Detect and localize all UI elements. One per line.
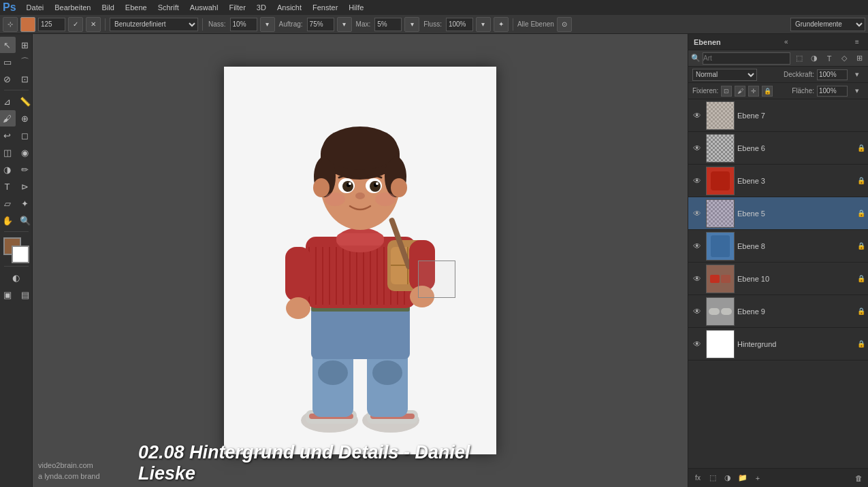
brush-cancel-btn[interactable]: ✕ [86,17,101,32]
new-layer-btn[interactable]: + [751,471,765,485]
menu-fenster[interactable]: Fenster [308,2,342,13]
fix-paint-btn[interactable]: 🖌 [735,86,745,97]
max-arrow[interactable]: ▾ [404,17,419,32]
canvas-document[interactable] [224,67,496,454]
canvas-area[interactable]: video2brain.com a lynda.com brand 02.08 … [33,34,688,487]
screen-mode[interactable]: ▣ [0,286,16,303]
layer-filter-input[interactable] [703,52,790,65]
marquee-tool[interactable]: ▭ [0,54,16,70]
opacity-input[interactable] [817,69,848,80]
max-input[interactable] [374,18,402,31]
layer-ebene6[interactable]: 👁 Ebene 6 🔒 [688,132,868,165]
fix-all-btn[interactable]: 🔒 [762,86,773,97]
layer-ebene3[interactable]: 👁 Ebene 3 🔒 [688,165,868,197]
menu-ansicht[interactable]: Ansicht [272,2,306,13]
layer-visibility-ebene5[interactable]: 👁 [691,207,703,220]
filter-smart-btn[interactable]: ⊞ [852,52,866,65]
menu-schrift[interactable]: Schrift [153,2,184,13]
pen-tool[interactable]: ✏ [17,161,33,178]
fix-transparent-btn[interactable]: ⊡ [721,86,732,97]
filter-pixel-btn[interactable]: ⬚ [792,52,806,65]
type-tool[interactable]: T [0,178,16,195]
layer-ebene8[interactable]: 👁 Ebene 8 🔒 [688,230,868,263]
color-picker[interactable] [3,237,29,263]
background-color[interactable] [12,246,29,263]
flaeche-input[interactable] [817,86,848,97]
adjustment-btn[interactable]: ◑ [721,471,735,485]
nass-arrow[interactable]: ▾ [260,17,275,32]
layer-lock-ebene5: 🔒 [857,209,865,218]
menu-bearbeiten[interactable]: Bearbeiten [50,2,95,13]
hand-tool[interactable]: ✋ [0,212,16,229]
blend-mode-select[interactable]: Normal [692,69,757,81]
eraser-tool[interactable]: ◻ [17,127,33,144]
move-tool[interactable]: ↖ [0,37,16,53]
zoom-tool[interactable]: 🔍 [17,212,33,229]
ruler-tool[interactable]: 📏 [17,93,33,110]
custom-shape-tool[interactable]: ✦ [17,195,33,212]
layer-hintergrund[interactable]: 👁 Hintergrund 🔒 [688,328,868,360]
menu-3d[interactable]: 3D [252,2,271,13]
opacity-arrow[interactable]: ▾ [850,68,864,82]
eyedropper-tool[interactable]: ⊿ [0,93,16,110]
auftrag-input[interactable] [307,18,334,31]
filter-adj-btn[interactable]: ◑ [807,52,821,65]
layer-ebene10[interactable]: 👁 Ebene 10 🔒 [688,263,868,295]
fluss-input[interactable] [446,18,473,31]
quick-mask-mode[interactable]: ◐ [8,269,25,286]
screen-mode2[interactable]: ▤ [17,286,33,303]
dodge-tool[interactable]: ◑ [0,161,16,178]
shape-tool[interactable]: ▱ [0,195,16,212]
layer-ebene9[interactable]: 👁 Ebene 9 🔒 [688,295,868,328]
panel-menu-btn[interactable]: ≡ [852,37,863,48]
layer-visibility-ebene3[interactable]: 👁 [691,175,703,187]
layer-ebene5[interactable]: 👁 Ebene 5 🔒 [688,197,868,230]
sample-btn[interactable]: ⊙ [557,17,572,32]
tool-sep-3 [4,266,29,267]
menu-ebene[interactable]: Ebene [120,2,152,13]
layer-visibility-ebene10[interactable]: 👁 [691,273,703,285]
flaeche-arrow[interactable]: ▾ [850,84,864,98]
filter-type-btn[interactable]: T [822,52,836,65]
fx-btn[interactable]: fx [691,471,705,485]
brush-size-input[interactable] [38,18,65,31]
layer-visibility-ebene8[interactable]: 👁 [691,240,703,252]
layer-visibility-ebene7[interactable]: 👁 [691,110,703,122]
path-selection-tool[interactable]: ⊳ [17,178,33,195]
auftrag-arrow[interactable]: ▾ [337,17,352,32]
workspace-select[interactable]: Grundelemente [790,18,865,31]
fluss-arrow[interactable]: ▾ [476,17,491,32]
layer-ebene7[interactable]: 👁 Ebene 7 [688,99,868,132]
lasso-tool[interactable]: ⌒ [17,54,33,70]
menu-bild[interactable]: Bild [97,2,118,13]
layer-visibility-hintergrund[interactable]: 👁 [691,338,703,350]
tool-select-btn[interactable]: ⊹ [3,17,18,32]
fix-move-btn[interactable]: ✛ [748,86,759,97]
menu-filter[interactable]: Filter [224,2,250,13]
panel-collapse-btn[interactable]: « [781,37,792,48]
group-btn[interactable]: 📁 [736,471,750,485]
gradient-tool[interactable]: ◫ [0,144,16,161]
brush-preview[interactable] [20,17,35,32]
delete-layer-btn[interactable]: 🗑 [852,471,865,485]
layer-visibility-ebene6[interactable]: 👁 [691,142,703,154]
brush-options-btn[interactable]: ✓ [68,17,83,32]
layer-thumb-ebene10 [706,265,735,293]
stamp-tool[interactable]: ⊕ [17,110,33,127]
crop-tool[interactable]: ⊡ [17,71,33,87]
menu-datei[interactable]: Datei [22,2,49,13]
nass-input[interactable] [230,18,257,31]
brush-type-select[interactable]: Benutzerdefiniert [110,18,198,31]
blur-tool[interactable]: ◉ [17,144,33,161]
menu-auswahl[interactable]: Auswahl [185,2,223,13]
history-brush-tool[interactable]: ↩ [0,127,16,144]
airbrush-btn[interactable]: ✦ [494,17,509,32]
artboard-tool[interactable]: ⊞ [17,37,33,53]
filter-shape-btn[interactable]: ◇ [837,52,851,65]
layer-name-ebene7: Ebene 7 [737,112,854,120]
menu-hilfe[interactable]: Hilfe [344,2,368,13]
layer-visibility-ebene9[interactable]: 👁 [691,305,703,318]
brush-tool[interactable]: 🖌 [0,110,16,127]
quick-select-tool[interactable]: ⊘ [0,71,16,87]
add-mask-btn[interactable]: ⬚ [706,471,720,485]
